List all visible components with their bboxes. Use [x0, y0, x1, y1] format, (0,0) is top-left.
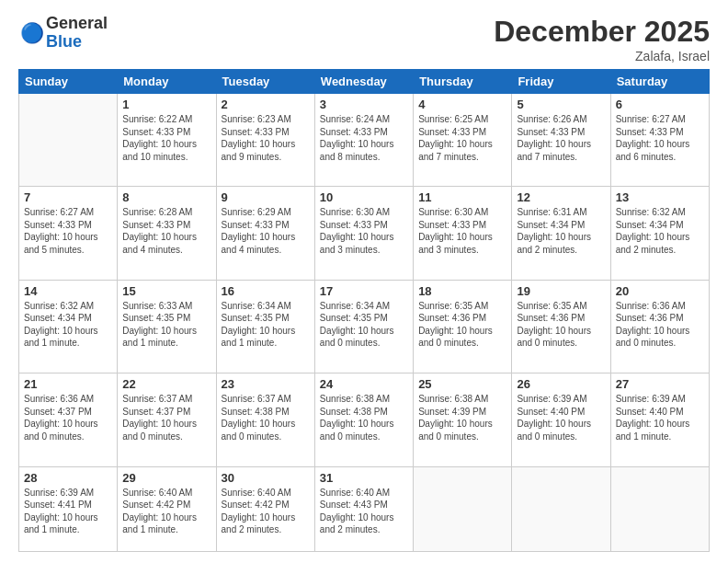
calendar-cell: 4Sunrise: 6:25 AM Sunset: 4:33 PM Daylig… [414, 94, 512, 187]
month-title: December 2025 [494, 15, 710, 49]
day-number: 4 [418, 98, 506, 111]
day-number: 14 [24, 284, 112, 298]
location: Zalafa, Israel [494, 49, 710, 63]
calendar-cell: 12Sunrise: 6:31 AM Sunset: 4:34 PM Dayli… [512, 187, 610, 280]
calendar-cell: 5Sunrise: 6:26 AM Sunset: 4:33 PM Daylig… [512, 94, 610, 187]
calendar-cell: 8Sunrise: 6:28 AM Sunset: 4:33 PM Daylig… [118, 187, 216, 280]
calendar-cell: 28Sunrise: 6:39 AM Sunset: 4:41 PM Dayli… [19, 466, 118, 551]
day-info: Sunrise: 6:25 AM Sunset: 4:33 PM Dayligh… [418, 113, 506, 163]
day-number: 15 [122, 284, 210, 298]
calendar-cell: 3Sunrise: 6:24 AM Sunset: 4:33 PM Daylig… [314, 94, 413, 187]
logo: 🔵 General Blue [18, 15, 108, 52]
day-info: Sunrise: 6:40 AM Sunset: 4:43 PM Dayligh… [320, 487, 408, 536]
calendar-cell: 13Sunrise: 6:32 AM Sunset: 4:34 PM Dayli… [610, 187, 709, 280]
day-info: Sunrise: 6:40 AM Sunset: 4:42 PM Dayligh… [122, 487, 210, 536]
svg-text:🔵: 🔵 [20, 21, 45, 45]
day-info: Sunrise: 6:30 AM Sunset: 4:33 PM Dayligh… [320, 206, 408, 256]
day-info: Sunrise: 6:30 AM Sunset: 4:33 PM Dayligh… [418, 206, 506, 256]
week-row-4: 21Sunrise: 6:36 AM Sunset: 4:37 PM Dayli… [19, 373, 710, 466]
calendar-cell [512, 466, 610, 551]
week-row-1: 1Sunrise: 6:22 AM Sunset: 4:33 PM Daylig… [19, 94, 710, 187]
calendar-cell: 30Sunrise: 6:40 AM Sunset: 4:42 PM Dayli… [216, 466, 314, 551]
day-info: Sunrise: 6:39 AM Sunset: 4:40 PM Dayligh… [616, 393, 704, 442]
day-number: 26 [517, 377, 605, 391]
day-number: 17 [320, 284, 408, 298]
calendar-cell: 26Sunrise: 6:39 AM Sunset: 4:40 PM Dayli… [512, 373, 610, 466]
day-number: 10 [320, 190, 408, 204]
day-info: Sunrise: 6:40 AM Sunset: 4:42 PM Dayligh… [222, 487, 310, 536]
weekday-header-friday: Friday [512, 70, 610, 94]
day-number: 7 [24, 190, 112, 204]
calendar-cell: 11Sunrise: 6:30 AM Sunset: 4:33 PM Dayli… [414, 187, 512, 280]
day-info: Sunrise: 6:36 AM Sunset: 4:37 PM Dayligh… [24, 393, 112, 442]
day-info: Sunrise: 6:24 AM Sunset: 4:33 PM Dayligh… [320, 113, 408, 163]
day-info: Sunrise: 6:32 AM Sunset: 4:34 PM Dayligh… [616, 206, 704, 256]
day-number: 27 [616, 377, 704, 391]
weekday-header-wednesday: Wednesday [314, 70, 413, 94]
day-info: Sunrise: 6:38 AM Sunset: 4:39 PM Dayligh… [418, 393, 506, 442]
day-number: 9 [222, 190, 310, 204]
day-number: 11 [418, 190, 506, 204]
calendar-cell: 18Sunrise: 6:35 AM Sunset: 4:36 PM Dayli… [414, 280, 512, 373]
calendar-cell: 10Sunrise: 6:30 AM Sunset: 4:33 PM Dayli… [314, 187, 413, 280]
day-number: 18 [418, 284, 506, 298]
day-number: 24 [320, 377, 408, 391]
calendar-cell: 6Sunrise: 6:27 AM Sunset: 4:33 PM Daylig… [610, 94, 709, 187]
day-info: Sunrise: 6:29 AM Sunset: 4:33 PM Dayligh… [222, 206, 310, 256]
weekday-header-row: SundayMondayTuesdayWednesdayThursdayFrid… [19, 70, 710, 94]
weekday-header-saturday: Saturday [610, 70, 709, 94]
day-number: 16 [222, 284, 310, 298]
day-number: 3 [320, 98, 408, 111]
calendar-cell: 20Sunrise: 6:36 AM Sunset: 4:36 PM Dayli… [610, 280, 709, 373]
day-info: Sunrise: 6:23 AM Sunset: 4:33 PM Dayligh… [222, 113, 310, 163]
calendar-cell: 15Sunrise: 6:33 AM Sunset: 4:35 PM Dayli… [118, 280, 216, 373]
calendar-cell: 1Sunrise: 6:22 AM Sunset: 4:33 PM Daylig… [118, 94, 216, 187]
day-info: Sunrise: 6:38 AM Sunset: 4:38 PM Dayligh… [320, 393, 408, 442]
day-info: Sunrise: 6:28 AM Sunset: 4:33 PM Dayligh… [122, 206, 210, 256]
calendar-cell: 17Sunrise: 6:34 AM Sunset: 4:35 PM Dayli… [314, 280, 413, 373]
weekday-header-tuesday: Tuesday [216, 70, 314, 94]
calendar-cell [19, 94, 118, 187]
day-number: 30 [222, 471, 310, 485]
calendar-cell: 19Sunrise: 6:35 AM Sunset: 4:36 PM Dayli… [512, 280, 610, 373]
weekday-header-thursday: Thursday [414, 70, 512, 94]
day-info: Sunrise: 6:27 AM Sunset: 4:33 PM Dayligh… [24, 206, 112, 256]
logo-text: General [46, 15, 108, 33]
day-number: 29 [122, 471, 210, 485]
day-info: Sunrise: 6:26 AM Sunset: 4:33 PM Dayligh… [517, 113, 605, 163]
header: 🔵 General Blue December 2025 Zalafa, Isr… [18, 15, 710, 63]
calendar-cell: 31Sunrise: 6:40 AM Sunset: 4:43 PM Dayli… [314, 466, 413, 551]
day-number: 12 [517, 190, 605, 204]
calendar-cell: 21Sunrise: 6:36 AM Sunset: 4:37 PM Dayli… [19, 373, 118, 466]
day-info: Sunrise: 6:22 AM Sunset: 4:33 PM Dayligh… [122, 113, 210, 163]
calendar-cell: 7Sunrise: 6:27 AM Sunset: 4:33 PM Daylig… [19, 187, 118, 280]
week-row-5: 28Sunrise: 6:39 AM Sunset: 4:41 PM Dayli… [19, 466, 710, 551]
day-number: 19 [517, 284, 605, 298]
day-info: Sunrise: 6:33 AM Sunset: 4:35 PM Dayligh… [122, 300, 210, 350]
calendar-cell: 29Sunrise: 6:40 AM Sunset: 4:42 PM Dayli… [118, 466, 216, 551]
day-number: 5 [517, 98, 605, 111]
week-row-2: 7Sunrise: 6:27 AM Sunset: 4:33 PM Daylig… [19, 187, 710, 280]
day-info: Sunrise: 6:39 AM Sunset: 4:41 PM Dayligh… [24, 487, 112, 536]
day-number: 6 [616, 98, 704, 111]
day-info: Sunrise: 6:35 AM Sunset: 4:36 PM Dayligh… [418, 300, 506, 350]
calendar-cell [610, 466, 709, 551]
day-number: 20 [616, 284, 704, 298]
day-info: Sunrise: 6:37 AM Sunset: 4:37 PM Dayligh… [122, 393, 210, 442]
calendar-table: SundayMondayTuesdayWednesdayThursdayFrid… [18, 69, 710, 552]
day-number: 21 [24, 377, 112, 391]
calendar-cell: 24Sunrise: 6:38 AM Sunset: 4:38 PM Dayli… [314, 373, 413, 466]
day-info: Sunrise: 6:35 AM Sunset: 4:36 PM Dayligh… [517, 300, 605, 350]
day-info: Sunrise: 6:27 AM Sunset: 4:33 PM Dayligh… [616, 113, 704, 163]
calendar-cell: 22Sunrise: 6:37 AM Sunset: 4:37 PM Dayli… [118, 373, 216, 466]
day-info: Sunrise: 6:36 AM Sunset: 4:36 PM Dayligh… [616, 300, 704, 350]
day-number: 1 [122, 98, 210, 111]
day-number: 22 [122, 377, 210, 391]
day-number: 28 [24, 471, 112, 485]
day-info: Sunrise: 6:31 AM Sunset: 4:34 PM Dayligh… [517, 206, 605, 256]
calendar-cell: 14Sunrise: 6:32 AM Sunset: 4:34 PM Dayli… [19, 280, 118, 373]
calendar-cell: 23Sunrise: 6:37 AM Sunset: 4:38 PM Dayli… [216, 373, 314, 466]
week-row-3: 14Sunrise: 6:32 AM Sunset: 4:34 PM Dayli… [19, 280, 710, 373]
calendar-cell: 16Sunrise: 6:34 AM Sunset: 4:35 PM Dayli… [216, 280, 314, 373]
title-block: December 2025 Zalafa, Israel [494, 15, 710, 63]
